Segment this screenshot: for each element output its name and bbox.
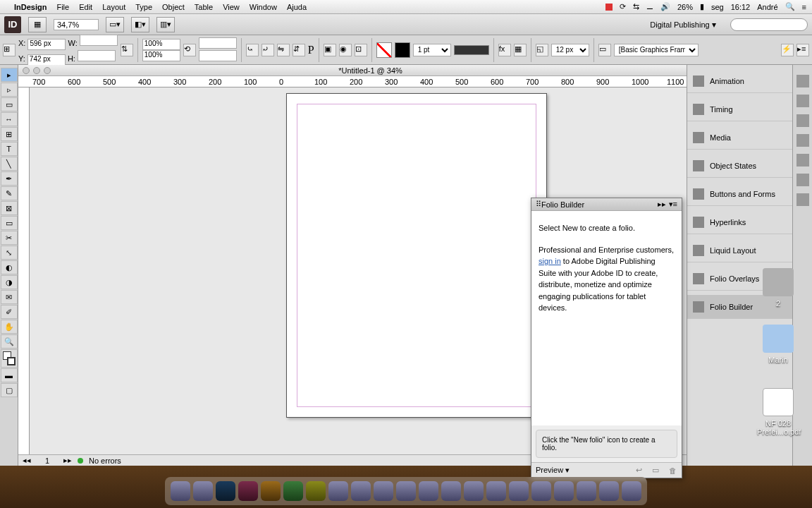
dock-app2-icon[interactable] (328, 481, 348, 501)
menu-view[interactable]: View (223, 3, 240, 11)
rectangle-frame-tool[interactable]: ⊠ (1, 201, 18, 215)
menu-edit[interactable]: Edit (79, 3, 92, 11)
desktop-item-2[interactable]: 2 (757, 268, 799, 308)
dock-dreamweaver-icon[interactable] (283, 481, 303, 501)
page-number-field[interactable]: 1 (37, 456, 58, 465)
gradient-swatch-tool[interactable]: ◐ (1, 260, 18, 274)
object-style-dropdown[interactable]: [Basic Graphics Frame] (614, 44, 699, 56)
dock-finder-icon[interactable] (171, 481, 190, 501)
effects-icon[interactable]: fx (498, 44, 511, 56)
content-collector-tool[interactable]: ⊞ (1, 127, 18, 141)
horizontal-ruler[interactable]: 7006005004003002001000100200300400500600… (18, 76, 687, 87)
dock-app9-icon[interactable] (531, 481, 551, 501)
folio-panel-collapse-icon[interactable]: ▸▸ (658, 200, 666, 209)
flip-v-icon[interactable]: ⇵ (293, 44, 305, 56)
dock-app4-icon[interactable] (419, 481, 438, 501)
wifi-icon[interactable]: ⚊ (646, 2, 653, 11)
panel-object-states[interactable]: Object States (687, 154, 792, 178)
menu-table[interactable]: Table (195, 3, 213, 11)
hand-tool[interactable]: ✋ (1, 320, 18, 334)
cc-libraries-panel-icon[interactable] (796, 193, 809, 206)
y-field[interactable]: 742 px (27, 54, 66, 66)
traffic-zoom-icon[interactable] (44, 67, 51, 74)
panel-media[interactable]: Media (687, 126, 792, 150)
gap-field[interactable]: 12 px (551, 44, 589, 56)
folio-new-folio-icon[interactable]: ▭ (651, 466, 660, 476)
help-search-input[interactable] (730, 18, 808, 31)
folio-preview-dropdown[interactable]: Preview ▾ (536, 466, 570, 475)
battery-icon[interactable]: ▮ (700, 2, 704, 11)
constrain-icon[interactable]: ⇅ (121, 44, 133, 56)
menu-object[interactable]: Object (162, 3, 185, 11)
rectangle-tool[interactable]: ▭ (1, 216, 18, 230)
bridge-button[interactable]: ▦ (28, 17, 47, 32)
battery-percent[interactable]: 26% (677, 3, 693, 11)
flip-h-icon[interactable]: ⇋ (277, 44, 290, 56)
x-field[interactable]: 596 px (27, 39, 66, 50)
w-field[interactable] (80, 35, 118, 46)
fill-stroke-swap[interactable] (1, 349, 18, 368)
vertical-ruler[interactable] (18, 87, 30, 454)
scale-x-field[interactable]: 100% (142, 39, 180, 50)
dock-illustrator-icon[interactable] (261, 481, 281, 501)
fitting-icon[interactable]: ⊡ (355, 44, 367, 56)
zoom-level-field[interactable] (54, 19, 99, 30)
dock-mail-icon[interactable] (396, 481, 416, 501)
rotate-field-icon[interactable]: ⟲ (183, 44, 196, 56)
panel-menu-icon[interactable]: ▸≡ (796, 44, 809, 56)
traffic-min-icon[interactable] (33, 67, 40, 74)
gap-tool[interactable]: ↔ (1, 112, 18, 126)
clock-time[interactable]: 16:12 (731, 3, 751, 11)
pen-tool[interactable]: ✒ (1, 171, 18, 186)
panel-animation[interactable]: Animation (687, 69, 792, 93)
scale-y-field[interactable]: 100% (142, 50, 180, 61)
dock-app-icon[interactable] (193, 481, 213, 501)
stroke-panel-icon[interactable] (796, 134, 809, 147)
stroke-style-dropdown[interactable] (454, 45, 489, 55)
frame-options-icon[interactable]: ▭ (598, 44, 611, 56)
user-name[interactable]: André (757, 3, 777, 11)
menu-layout[interactable]: Layout (102, 3, 125, 11)
rotate-field[interactable] (199, 37, 237, 49)
desktop-item-marin[interactable]: Marin (757, 325, 799, 364)
volume-icon[interactable]: 🔊 (660, 2, 670, 11)
links-panel-icon[interactable] (796, 114, 809, 127)
rotate-ccw-icon[interactable]: ⤿ (246, 44, 259, 56)
stroke-weight-field[interactable]: 1 pt (413, 44, 451, 56)
pencil-tool[interactable]: ✎ (1, 186, 18, 200)
dock-app12-icon[interactable] (599, 481, 619, 501)
dock-app10-icon[interactable] (554, 481, 574, 501)
clock-day[interactable]: seg (711, 3, 724, 11)
dock-trash-icon[interactable] (622, 481, 641, 501)
panel-hyperlinks[interactable]: Hyperlinks (687, 210, 792, 234)
menu-file[interactable]: File (56, 3, 69, 11)
dock-app7-icon[interactable] (486, 481, 506, 501)
dock-safari-icon[interactable] (374, 481, 393, 501)
dock-app5-icon[interactable] (441, 481, 461, 501)
apply-color-tool[interactable]: ▬ (1, 368, 18, 382)
dock-fireworks-icon[interactable] (306, 481, 326, 501)
page-nav-prev[interactable]: ◂◂ (23, 456, 31, 465)
folio-delete-icon[interactable]: 🗑 (668, 466, 677, 476)
page[interactable] (286, 93, 547, 418)
corner-options-icon[interactable]: ◱ (536, 44, 548, 56)
scissors-tool[interactable]: ✂ (1, 231, 18, 245)
swatches-panel-icon[interactable] (796, 174, 809, 186)
line-tool[interactable]: ╲ (1, 157, 18, 171)
rotate-cw-icon[interactable]: ⤾ (262, 44, 274, 56)
menu-help[interactable]: Ajuda (287, 3, 307, 11)
select-content-icon[interactable]: ◉ (339, 44, 352, 56)
status-red-icon[interactable] (605, 4, 613, 11)
panel-buttons-forms[interactable]: Buttons and Forms (687, 182, 792, 206)
fill-swatch[interactable] (376, 42, 392, 58)
dock-photoshop-icon[interactable] (216, 481, 235, 501)
free-transform-tool[interactable]: ⤡ (1, 246, 18, 260)
reference-point-icon[interactable]: ⊞ (3, 44, 16, 56)
folio-new-icon[interactable]: ↩ (634, 466, 644, 476)
menu-window[interactable]: Window (250, 3, 277, 11)
text-wrap-icon[interactable]: ▦ (514, 44, 527, 56)
type-tool[interactable]: T (1, 142, 18, 156)
note-tool[interactable]: ✉ (1, 290, 18, 304)
view-options-button[interactable]: ▭▾ (106, 17, 124, 32)
quick-apply-icon[interactable]: ⚡ (781, 44, 794, 56)
